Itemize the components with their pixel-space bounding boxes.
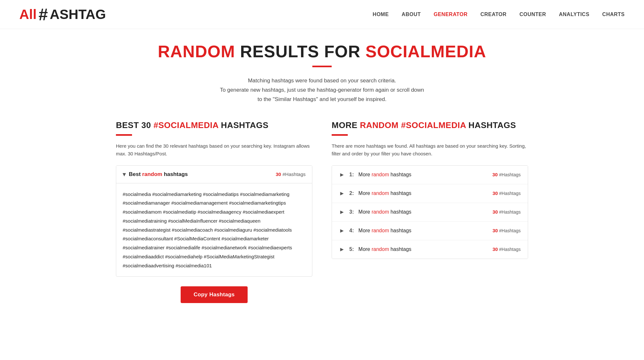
more-num-5: 5: <box>349 246 354 252</box>
chevron-right-icon-3: ► <box>339 209 345 216</box>
right-section-underline <box>332 134 348 136</box>
best-count: 30 <box>276 171 281 177</box>
left-section-heading: BEST 30 #SOCIALMEDIA HASHTAGS <box>116 120 312 130</box>
logo[interactable]: All#ASHTAG <box>19 6 106 23</box>
right-heading-random: RANDOM <box>360 120 399 130</box>
main-nav: HOME ABOUT GENERATOR CREATOR COUNTER ANA… <box>373 12 625 17</box>
title-results-for: RESULTS FOR <box>235 42 365 61</box>
page-subtitle: Matching hashtags were found based on yo… <box>116 76 528 104</box>
chevron-right-icon-5: ► <box>339 246 345 253</box>
left-column: BEST 30 #SOCIALMEDIA HASHTAGS Here you c… <box>116 120 312 303</box>
more-label-red-4: random <box>372 228 389 233</box>
title-socialmedia: SOCIALMEDIA <box>365 42 486 61</box>
page-title-block: RANDOM RESULTS FOR SOCIALMEDIA <box>116 42 528 67</box>
nav-generator[interactable]: GENERATOR <box>434 12 468 17</box>
left-section-desc: Here you can find the 30 relevant hashta… <box>116 142 312 158</box>
logo-hash: # <box>39 6 48 23</box>
left-heading-red: #SOCIALMEDIA <box>154 120 219 130</box>
best-count-label-text: #Hashtags <box>282 171 306 177</box>
more-count-2: 30 <box>492 190 498 196</box>
subtitle-line1: Matching hashtags were found based on yo… <box>248 78 396 84</box>
nav-charts[interactable]: CHARTS <box>602 12 625 17</box>
chevron-right-icon-2: ► <box>339 190 345 197</box>
more-item-4[interactable]: ► 4: More random hashtags 30 #Hashtags <box>332 222 528 240</box>
copy-button-wrap: Copy Hashtags <box>116 286 312 303</box>
more-item-5[interactable]: ► 5: More random hashtags 30 #Hashtags <box>332 240 528 259</box>
more-count-wrap-2: 30 #Hashtags <box>492 190 521 196</box>
right-heading-hashtags: HASHTAGS <box>466 120 516 130</box>
page-title: RANDOM RESULTS FOR SOCIALMEDIA <box>116 42 528 61</box>
more-num-4: 4: <box>349 228 354 234</box>
chevron-right-icon-4: ► <box>339 227 345 234</box>
more-count-label-text-2: #Hashtags <box>498 191 521 196</box>
more-item-3[interactable]: ► 3: More random hashtags 30 #Hashtags <box>332 203 528 222</box>
chevron-down-icon: ▾ <box>123 171 126 178</box>
best-hashtag-box: ▾ Best random hashtags 30 #Hashtags #soc… <box>116 165 312 277</box>
subtitle-line3: to the "Similar Hashtags" and let yourse… <box>258 96 386 102</box>
nav-counter[interactable]: COUNTER <box>519 12 546 17</box>
more-label-suffix-4: hashtags <box>389 228 411 233</box>
more-num-2: 2: <box>349 190 354 196</box>
more-count-wrap-1: 30 #Hashtags <box>492 172 521 178</box>
more-label-red-5: random <box>372 246 389 252</box>
nav-home[interactable]: HOME <box>373 12 389 17</box>
more-label-prefix-4: More <box>358 228 372 233</box>
more-item-3-left: ► 3: More random hashtags <box>339 209 412 216</box>
more-label-4: More random hashtags <box>358 228 412 234</box>
more-count-label-text-1: #Hashtags <box>499 172 521 177</box>
more-label-red-1: random <box>372 172 389 177</box>
title-underline <box>312 66 332 67</box>
more-item-1-left: ► 1: More random hashtags <box>339 171 412 178</box>
more-item-2-left: ► 2: More random hashtags <box>339 190 412 197</box>
title-random: RANDOM <box>158 42 235 61</box>
right-section-heading: MORE RANDOM #SOCIALMEDIA HASHTAGS <box>332 120 528 130</box>
copy-hashtags-button[interactable]: Copy Hashtags <box>181 286 248 303</box>
more-count-3: 30 <box>492 209 498 215</box>
best-label-red: random <box>142 171 162 177</box>
nav-analytics[interactable]: ANALYTICS <box>559 12 590 17</box>
best-label: Best random hashtags <box>129 171 188 178</box>
more-label-suffix-3: hashtags <box>389 209 411 215</box>
best-label-part2: hashtags <box>162 171 188 177</box>
left-heading-part1: BEST 30 <box>116 120 154 130</box>
nav-about[interactable]: ABOUT <box>402 12 421 17</box>
more-label-red-3: random <box>372 209 389 215</box>
more-count-wrap-4: 30 #Hashtags <box>492 228 521 234</box>
more-count-1: 30 <box>492 172 498 177</box>
more-label-suffix-5: hashtags <box>389 246 411 252</box>
right-column: MORE RANDOM #SOCIALMEDIA HASHTAGS There … <box>332 120 528 259</box>
more-count-wrap-3: 30 #Hashtags <box>492 209 521 215</box>
nav-creator[interactable]: CREATOR <box>480 12 507 17</box>
best-hashtag-count-wrap: 30 #Hashtags <box>276 171 306 177</box>
best-hashtag-box-header[interactable]: ▾ Best random hashtags 30 #Hashtags <box>116 166 312 183</box>
more-item-4-left: ► 4: More random hashtags <box>339 227 412 234</box>
more-label-prefix-5: More <box>358 246 372 252</box>
best-label-part1: Best <box>129 171 142 177</box>
two-column-layout: BEST 30 #SOCIALMEDIA HASHTAGS Here you c… <box>116 120 528 303</box>
more-label-2: More random hashtags <box>358 190 412 196</box>
more-label-suffix-2: hashtags <box>389 190 411 196</box>
more-label-3: More random hashtags <box>358 209 412 215</box>
logo-all: All <box>19 8 37 21</box>
chevron-right-icon-1: ► <box>339 171 345 178</box>
more-count-5: 30 <box>492 246 498 252</box>
more-count-wrap-5: 30 #Hashtags <box>492 246 521 252</box>
more-count-label-text-3: #Hashtags <box>498 209 521 215</box>
right-heading-more: MORE <box>332 120 360 130</box>
more-num-3: 3: <box>349 209 354 215</box>
best-hashtag-content: #socialmedia #socialmediamarketing #soci… <box>116 183 312 277</box>
more-label-red-2: random <box>372 190 389 196</box>
more-count-label-text-4: #Hashtags <box>498 228 521 233</box>
more-item-5-left: ► 5: More random hashtags <box>339 246 412 253</box>
right-heading-socialmedia: #SOCIALMEDIA <box>401 120 466 130</box>
more-label-prefix-2: More <box>358 190 372 196</box>
subtitle-line2: To generate new hashtags, just use the h… <box>220 87 424 93</box>
more-item-2[interactable]: ► 2: More random hashtags 30 #Hashtags <box>332 184 528 203</box>
more-item-1[interactable]: ► 1: More random hashtags 30 #Hashtags <box>332 166 528 184</box>
more-label-5: More random hashtags <box>358 246 412 252</box>
more-label-prefix-3: More <box>358 209 372 215</box>
site-header: All#ASHTAG HOME ABOUT GENERATOR CREATOR … <box>0 0 644 29</box>
main-content: RANDOM RESULTS FOR SOCIALMEDIA Matching … <box>97 29 547 329</box>
more-label-1: More random hashtags <box>358 172 412 178</box>
more-count-label-text-5: #Hashtags <box>498 247 521 252</box>
